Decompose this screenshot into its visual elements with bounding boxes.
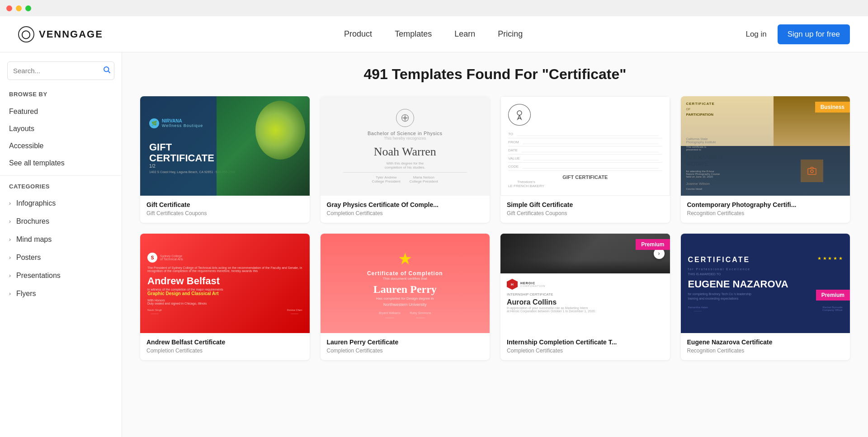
- template-preview: S Sydney Collegeof Technical Arts The Pr…: [140, 234, 310, 333]
- chevron-icon: ›: [9, 200, 11, 207]
- chevron-icon: ›: [9, 236, 11, 243]
- business-badge: Business: [815, 102, 850, 113]
- template-title: Lauren Perry Certificate: [327, 338, 484, 346]
- sidebar-item-all-templates[interactable]: See all templates: [0, 155, 122, 172]
- chevron-icon: ›: [9, 218, 11, 225]
- template-category: Recognition Certificates: [687, 348, 844, 354]
- template-category: Completion Certificates: [507, 348, 664, 354]
- search-icon: [103, 66, 111, 76]
- template-category: Recognition Certificates: [687, 210, 844, 216]
- nav-product[interactable]: Product: [344, 29, 372, 39]
- template-preview: ★ Certificate of Completion This documen…: [321, 234, 490, 333]
- template-info: Simple Gift Certificate Gift Certificate…: [500, 196, 670, 223]
- category-presentations[interactable]: › Presentations: [0, 267, 122, 285]
- nav-pricing[interactable]: Pricing: [498, 29, 523, 39]
- template-title: Gift Certificate: [146, 201, 303, 208]
- chevron-icon: ›: [9, 291, 11, 297]
- templates-grid: 🌿 NIRVANA Wellness Boutique GIFTCERTIFIC…: [140, 96, 850, 360]
- template-info: Contemporary Photography Certifi... Reco…: [681, 196, 850, 223]
- maximize-button[interactable]: [25, 5, 31, 11]
- template-info: Eugene Nazarova Certificate Recognition …: [681, 333, 850, 360]
- template-category: Completion Certificates: [327, 210, 484, 216]
- search-input[interactable]: [13, 67, 99, 75]
- search-box[interactable]: [7, 61, 114, 80]
- main-content: 491 Templates Found For "Certificate" 🌿 …: [122, 52, 868, 437]
- template-title: Internship Completion Certificate T...: [507, 338, 664, 346]
- template-info: Internship Completion Certificate T... C…: [500, 333, 670, 360]
- sidebar-item-featured[interactable]: Featured: [0, 103, 122, 120]
- login-button[interactable]: Log in: [745, 30, 766, 39]
- sidebar-item-accessible[interactable]: Accessible: [0, 137, 122, 155]
- template-category: Gift Certificates Coupons: [146, 210, 303, 216]
- template-preview: TO FROM DATE: [500, 96, 670, 196]
- nav-templates[interactable]: Templates: [395, 29, 432, 39]
- template-title: Eugene Nazarova Certificate: [687, 338, 844, 346]
- template-preview: Premium CERTIFICATE for Professional Exc…: [681, 234, 850, 333]
- nav-learn[interactable]: Learn: [454, 29, 475, 39]
- template-card-simple-gift[interactable]: TO FROM DATE: [500, 96, 670, 223]
- template-info: Gift Certificate Gift Certificates Coupo…: [140, 196, 310, 223]
- template-category: Gift Certificates Coupons: [507, 210, 664, 216]
- svg-point-0: [104, 67, 109, 72]
- chevron-icon: ›: [9, 273, 11, 279]
- minimize-button[interactable]: [16, 5, 22, 11]
- template-title: Gray Physics Certificate Of Comple...: [327, 201, 484, 208]
- close-button[interactable]: [6, 5, 12, 11]
- page-body: BROWSE BY Featured Layouts Accessible Se…: [0, 52, 868, 437]
- template-card-lauren-perry[interactable]: ★ Certificate of Completion This documen…: [321, 234, 490, 360]
- template-card-gray-physics[interactable]: Bachelor of Science in Physics This here…: [321, 96, 490, 223]
- category-infographics[interactable]: › Infographics: [0, 194, 122, 212]
- template-title: Andrew Belfast Certificate: [146, 338, 303, 346]
- chevron-icon: ›: [9, 254, 11, 261]
- template-card-eugene[interactable]: Premium CERTIFICATE for Professional Exc…: [681, 234, 850, 360]
- template-preview: Premium ›: [500, 234, 670, 333]
- template-card-internship[interactable]: Premium ›: [500, 234, 670, 360]
- category-label: Flyers: [16, 290, 36, 298]
- template-card-contemporary[interactable]: Business CERTIFICATE OF PARTICIPATION Ca…: [681, 96, 850, 223]
- navbar: ◯ VENNGAGE Product Templates Learn Prici…: [0, 16, 868, 52]
- template-category: Completion Certificates: [146, 348, 303, 354]
- template-preview: 🌿 NIRVANA Wellness Boutique GIFTCERTIFIC…: [140, 96, 310, 196]
- category-label: Brochures: [16, 217, 49, 226]
- categories-label: CATEGORIES: [0, 175, 122, 194]
- nav-actions: Log in Sign up for free: [745, 24, 850, 44]
- results-title: 491 Templates Found For "Certificate": [140, 66, 850, 83]
- template-card-andrew-belfast[interactable]: S Sydney Collegeof Technical Arts The Pr…: [140, 234, 310, 360]
- premium-badge: Premium: [636, 239, 670, 250]
- category-label: Infographics: [16, 199, 56, 207]
- template-preview: Bachelor of Science in Physics This here…: [321, 96, 490, 196]
- titlebar: [0, 0, 868, 16]
- browse-by-label: BROWSE BY: [0, 91, 122, 103]
- premium-badge: Premium: [816, 290, 850, 301]
- category-label: Presentations: [16, 272, 61, 280]
- logo-icon: ◯: [18, 26, 34, 42]
- category-flyers[interactable]: › Flyers: [0, 285, 122, 303]
- template-card-gift-certificate[interactable]: 🌿 NIRVANA Wellness Boutique GIFTCERTIFIC…: [140, 96, 310, 223]
- template-info: Andrew Belfast Certificate Completion Ce…: [140, 333, 310, 360]
- svg-line-1: [108, 71, 110, 73]
- logo-text: VENNGAGE: [39, 28, 103, 40]
- category-label: Posters: [16, 254, 41, 262]
- template-category: Completion Certificates: [327, 348, 484, 354]
- svg-point-8: [811, 170, 813, 173]
- category-mind-maps[interactable]: › Mind maps: [0, 230, 122, 249]
- sidebar-item-layouts[interactable]: Layouts: [0, 120, 122, 137]
- svg-rect-7: [808, 169, 816, 174]
- sidebar: BROWSE BY Featured Layouts Accessible Se…: [0, 52, 122, 437]
- template-title: Contemporary Photography Certifi...: [687, 201, 844, 208]
- template-title: Simple Gift Certificate: [507, 201, 664, 208]
- nav-links: Product Templates Learn Pricing: [121, 29, 746, 39]
- template-info: Gray Physics Certificate Of Comple... Co…: [321, 196, 490, 223]
- logo[interactable]: ◯ VENNGAGE: [18, 26, 103, 42]
- category-brochures[interactable]: › Brochures: [0, 212, 122, 230]
- signup-button[interactable]: Sign up for free: [778, 24, 850, 44]
- category-posters[interactable]: › Posters: [0, 249, 122, 267]
- template-preview: Business CERTIFICATE OF PARTICIPATION Ca…: [681, 96, 850, 196]
- template-info: Lauren Perry Certificate Completion Cert…: [321, 333, 490, 360]
- category-label: Mind maps: [16, 235, 52, 244]
